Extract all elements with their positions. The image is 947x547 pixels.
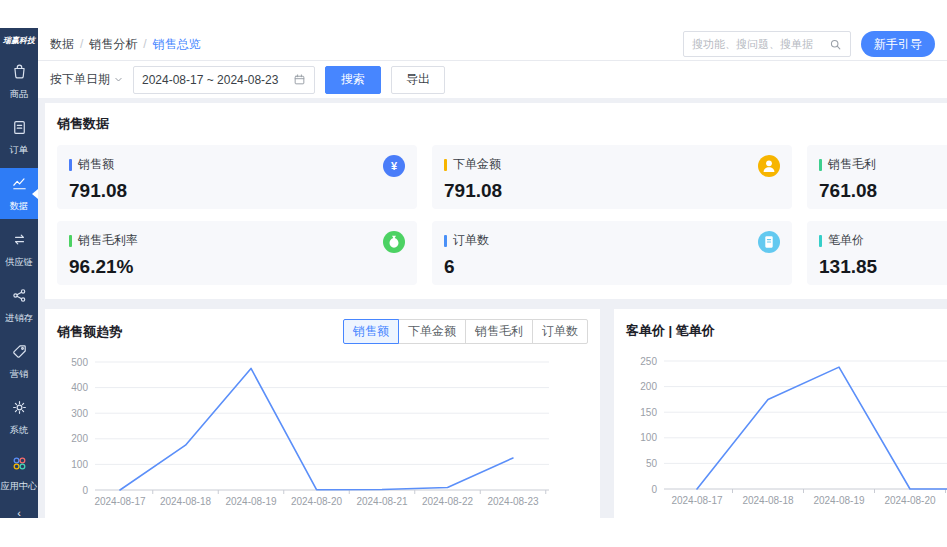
accent-bar [819, 159, 822, 171]
sidebar-item-supply-chain[interactable]: 供应链 [0, 224, 38, 275]
sidebar-item-goods[interactable]: 商品 [0, 56, 38, 107]
avg-price-line-chart: 0501001502002502024-08-172024-08-182024-… [626, 349, 947, 514]
inventory-share-icon [10, 286, 29, 309]
app-center-icon [10, 454, 29, 477]
svg-text:150: 150 [640, 407, 657, 418]
stat-card-sales-amount: 销售额 ¥ 791.08 [57, 145, 417, 209]
charts-row: 销售额趋势 销售额 下单金额 销售毛利 订单数 0100200300400500… [45, 309, 947, 518]
svg-text:0: 0 [82, 485, 88, 496]
breadcrumb-separator: / [143, 37, 146, 51]
sidebar: 瑞赢科技 商品 订单 [0, 28, 38, 518]
global-search-box[interactable] [683, 31, 851, 57]
sidebar-item-label: 供应链 [5, 256, 33, 269]
tab-sales-amount[interactable]: 销售额 [343, 319, 399, 344]
accent-bar [69, 159, 72, 171]
date-type-label: 按下单日期 [50, 71, 110, 88]
sidebar-item-inventory[interactable]: 进销存 [0, 280, 38, 331]
svg-text:2024-08-17: 2024-08-17 [671, 495, 723, 506]
stat-label: 销售额 [78, 156, 114, 173]
svg-text:100: 100 [71, 459, 88, 470]
content: 销售数据 销售额 ¥ 791.08 [38, 98, 947, 518]
breadcrumb-separator: / [80, 37, 83, 51]
sidebar-item-app-center[interactable]: 应用中心 [0, 448, 38, 499]
sidebar-item-orders[interactable]: 订单 [0, 112, 38, 163]
accent-bar [819, 235, 822, 247]
collapse-sidebar-icon[interactable]: ‹ [17, 508, 21, 519]
yen-icon: ¥ [383, 155, 405, 177]
chevron-down-icon [114, 75, 123, 84]
global-search-input[interactable] [692, 38, 829, 50]
stat-label: 笔单价 [828, 232, 864, 249]
export-button[interactable]: 导出 [391, 66, 445, 94]
sidebar-item-label: 数据 [10, 200, 28, 213]
stat-value: 791.08 [69, 180, 405, 202]
svg-text:2024-08-21: 2024-08-21 [356, 496, 408, 507]
accent-bar [444, 235, 447, 247]
goods-bag-icon [10, 62, 29, 85]
chart-metric-tabs: 销售额 下单金额 销售毛利 订单数 [343, 319, 588, 344]
sidebar-item-label: 应用中心 [1, 480, 38, 493]
stat-label: 下单金额 [453, 156, 501, 173]
sidebar-item-marketing[interactable]: 营销 [0, 336, 38, 387]
search-button[interactable]: 搜索 [325, 66, 381, 94]
stat-label: 销售毛利 [828, 156, 876, 173]
stat-value: 761.08 [819, 180, 947, 202]
stat-value: 6 [444, 256, 780, 278]
brand-logo: 瑞赢科技 [3, 36, 35, 46]
page: 瑞赢科技 商品 订单 [0, 0, 947, 547]
date-type-select[interactable]: 按下单日期 [50, 71, 123, 88]
sales-data-panel: 销售数据 销售额 ¥ 791.08 [45, 103, 947, 299]
accent-bar [444, 159, 447, 171]
sales-trend-chart-card: 销售额趋势 销售额 下单金额 销售毛利 订单数 0100200300400500… [45, 309, 600, 518]
accent-bar [69, 235, 72, 247]
date-range-value: 2024-08-17 ~ 2024-08-23 [142, 73, 287, 87]
tab-order-count[interactable]: 订单数 [532, 319, 588, 344]
sidebar-item-label: 营销 [10, 368, 28, 381]
data-chart-icon [10, 174, 29, 197]
system-gear-icon [10, 398, 29, 421]
beginner-guide-button[interactable]: 新手引导 [861, 31, 935, 57]
order-doc-icon [10, 118, 29, 141]
stat-card-order-count: 订单数 6 [432, 221, 792, 285]
sidebar-item-label: 进销存 [5, 312, 33, 325]
order-icon [758, 231, 780, 253]
sales-trend-line-chart: 01002003004005002024-08-172024-08-182024… [57, 350, 588, 515]
breadcrumb-item-sales-overview[interactable]: 销售总览 [153, 36, 201, 53]
stat-label: 销售毛利率 [78, 232, 138, 249]
svg-text:2024-08-23: 2024-08-23 [487, 496, 539, 507]
svg-text:2024-08-17: 2024-08-17 [94, 496, 146, 507]
supply-chain-icon [10, 230, 29, 253]
tab-order-amount[interactable]: 下单金额 [398, 319, 466, 344]
sidebar-item-label: 系统 [10, 424, 28, 437]
chart-title: 销售额趋势 [57, 323, 122, 341]
svg-text:50: 50 [646, 458, 658, 469]
stat-label: 订单数 [453, 232, 489, 249]
stat-value: 791.08 [444, 180, 780, 202]
stat-grid: 销售额 ¥ 791.08 下单金额 [57, 145, 947, 285]
stat-card-avg-order-value: 笔单价 ¥ 131.85 [807, 221, 947, 285]
svg-text:200: 200 [71, 433, 88, 444]
breadcrumb-item-data[interactable]: 数据 [50, 36, 74, 53]
chart-title: 客单价 | 笔单价 [626, 322, 715, 340]
tab-gross-profit[interactable]: 销售毛利 [465, 319, 533, 344]
stat-card-order-amount: 下单金额 791.08 [432, 145, 792, 209]
svg-text:500: 500 [71, 357, 88, 368]
svg-text:300: 300 [71, 408, 88, 419]
svg-text:2024-08-22: 2024-08-22 [422, 496, 474, 507]
svg-text:2024-08-20: 2024-08-20 [884, 495, 936, 506]
sidebar-item-data[interactable]: 数据 [0, 168, 38, 219]
svg-text:2024-08-19: 2024-08-19 [813, 495, 865, 506]
svg-text:2024-08-18: 2024-08-18 [742, 495, 794, 506]
date-range-picker[interactable]: 2024-08-17 ~ 2024-08-23 [133, 66, 315, 94]
marketing-tag-icon [10, 342, 29, 365]
filter-bar: 按下单日期 2024-08-17 ~ 2024-08-23 搜索 导出 [38, 61, 947, 98]
svg-text:200: 200 [640, 381, 657, 392]
calendar-icon [293, 73, 306, 86]
sidebar-item-system[interactable]: 系统 [0, 392, 38, 443]
main-area: 数据 / 销售分析 / 销售总览 新手引导 [38, 28, 947, 518]
search-icon[interactable] [829, 38, 842, 51]
section-title: 销售数据 [57, 115, 947, 133]
svg-text:400: 400 [71, 382, 88, 393]
svg-text:0: 0 [651, 484, 657, 495]
breadcrumb-item-sales-analysis[interactable]: 销售分析 [89, 36, 137, 53]
